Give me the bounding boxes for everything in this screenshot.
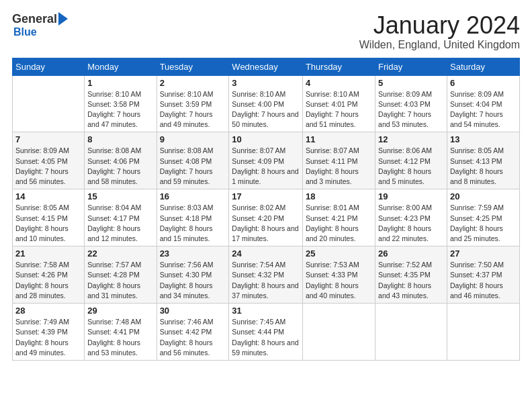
sunset-text: Sunset: 4:09 PM (232, 157, 284, 165)
sunrise-text: Sunrise: 7:46 AM (160, 318, 214, 326)
day-info: Sunrise: 7:48 AM Sunset: 4:41 PM Dayligh… (87, 317, 153, 358)
week-row-5: 28 Sunrise: 7:49 AM Sunset: 4:39 PM Dayl… (13, 304, 520, 361)
calendar-cell-w5-d1: 28 Sunrise: 7:49 AM Sunset: 4:39 PM Dayl… (13, 304, 85, 361)
day-info: Sunrise: 8:10 AM Sunset: 3:58 PM Dayligh… (87, 89, 153, 130)
calendar-cell-w5-d5 (302, 304, 375, 361)
sunset-text: Sunset: 4:32 PM (232, 271, 284, 279)
logo: General Blue (12, 12, 68, 38)
day-info: Sunrise: 8:03 AM Sunset: 4:18 PM Dayligh… (160, 203, 226, 244)
day-number: 23 (160, 248, 226, 259)
sunrise-text: Sunrise: 7:49 AM (15, 318, 69, 326)
week-row-2: 7 Sunrise: 8:09 AM Sunset: 4:05 PM Dayli… (13, 132, 520, 189)
day-number: 12 (378, 134, 444, 144)
sunrise-text: Sunrise: 7:59 AM (450, 203, 504, 212)
day-number: 4 (306, 78, 372, 88)
sunset-text: Sunset: 4:11 PM (306, 157, 358, 165)
day-number: 11 (306, 134, 372, 144)
day-number: 3 (232, 78, 300, 88)
daylight-text: Daylight: 7 hours and 47 minutes. (87, 110, 140, 128)
daylight-text: Daylight: 7 hours and 58 minutes. (87, 167, 140, 185)
day-number: 22 (87, 248, 153, 259)
daylight-text: Daylight: 7 hours and 49 minutes. (160, 110, 213, 128)
daylight-text: Daylight: 7 hours and 53 minutes. (378, 110, 431, 128)
day-number: 15 (87, 191, 153, 201)
day-number: 14 (15, 191, 81, 201)
day-number: 18 (306, 191, 372, 201)
day-info: Sunrise: 7:57 AM Sunset: 4:28 PM Dayligh… (87, 260, 153, 301)
sunrise-text: Sunrise: 7:52 AM (378, 261, 432, 269)
daylight-text: Daylight: 8 hours and 59 minutes. (232, 338, 298, 357)
day-info: Sunrise: 8:08 AM Sunset: 4:08 PM Dayligh… (160, 146, 226, 187)
daylight-text: Daylight: 8 hours and 31 minutes. (87, 281, 140, 300)
day-number: 25 (306, 248, 372, 259)
sunset-text: Sunset: 4:28 PM (87, 271, 140, 279)
day-number: 31 (232, 306, 300, 316)
day-number: 6 (450, 78, 517, 88)
calendar-cell-w1-d1 (13, 75, 85, 132)
day-number: 8 (87, 134, 153, 144)
daylight-text: Daylight: 8 hours and 25 minutes. (450, 224, 503, 242)
header-friday: Friday (375, 58, 447, 75)
day-number: 29 (87, 306, 153, 316)
day-info: Sunrise: 8:10 AM Sunset: 4:01 PM Dayligh… (306, 89, 372, 130)
day-number: 5 (378, 78, 444, 88)
sunrise-text: Sunrise: 8:07 AM (306, 146, 359, 154)
sunset-text: Sunset: 4:37 PM (450, 271, 502, 279)
day-info: Sunrise: 8:01 AM Sunset: 4:21 PM Dayligh… (306, 203, 372, 244)
sunrise-text: Sunrise: 8:10 AM (160, 90, 214, 98)
day-number: 27 (450, 248, 517, 259)
sunrise-text: Sunrise: 8:09 AM (378, 90, 432, 98)
calendar-cell-w2-d4: 10 Sunrise: 8:07 AM Sunset: 4:09 PM Dayl… (229, 132, 303, 189)
weekday-header-row: Sunday Monday Tuesday Wednesday Thursday… (13, 58, 520, 75)
sunset-text: Sunset: 4:01 PM (306, 100, 358, 108)
day-info: Sunrise: 8:02 AM Sunset: 4:20 PM Dayligh… (232, 203, 300, 244)
daylight-text: Daylight: 7 hours and 56 minutes. (15, 167, 69, 185)
calendar-cell-w5-d4: 31 Sunrise: 7:45 AM Sunset: 4:44 PM Dayl… (229, 304, 303, 361)
calendar-subtitle: Wilden, England, United Kingdom (359, 39, 520, 51)
sunset-text: Sunset: 4:03 PM (378, 100, 431, 108)
calendar-cell-w1-d4: 3 Sunrise: 8:10 AM Sunset: 4:00 PM Dayli… (229, 75, 303, 132)
daylight-text: Daylight: 8 hours and 1 minute. (232, 167, 298, 185)
daylight-text: Daylight: 8 hours and 17 minutes. (232, 224, 298, 242)
sunset-text: Sunset: 4:08 PM (160, 157, 212, 165)
sunset-text: Sunset: 4:12 PM (378, 157, 431, 165)
calendar-cell-w2-d6: 12 Sunrise: 8:06 AM Sunset: 4:12 PM Dayl… (375, 132, 447, 189)
sunset-text: Sunset: 4:04 PM (450, 100, 502, 108)
week-row-4: 21 Sunrise: 7:58 AM Sunset: 4:26 PM Dayl… (13, 246, 520, 304)
calendar-cell-w3-d3: 16 Sunrise: 8:03 AM Sunset: 4:18 PM Dayl… (157, 189, 229, 246)
day-info: Sunrise: 8:00 AM Sunset: 4:23 PM Dayligh… (378, 203, 444, 244)
calendar-cell-w3-d7: 20 Sunrise: 7:59 AM Sunset: 4:25 PM Dayl… (447, 189, 519, 246)
day-info: Sunrise: 7:56 AM Sunset: 4:30 PM Dayligh… (160, 260, 226, 301)
sunset-text: Sunset: 4:13 PM (450, 157, 502, 165)
sunset-text: Sunset: 4:26 PM (15, 271, 68, 279)
daylight-text: Daylight: 8 hours and 56 minutes. (160, 338, 213, 357)
sunset-text: Sunset: 4:20 PM (232, 214, 284, 222)
sunset-text: Sunset: 4:41 PM (87, 328, 140, 336)
day-number: 10 (232, 134, 300, 144)
sunrise-text: Sunrise: 8:09 AM (15, 146, 69, 154)
sunset-text: Sunset: 4:06 PM (87, 157, 140, 165)
day-info: Sunrise: 7:49 AM Sunset: 4:39 PM Dayligh… (15, 317, 81, 358)
daylight-text: Daylight: 8 hours and 15 minutes. (160, 224, 213, 242)
header-tuesday: Tuesday (157, 58, 229, 75)
sunset-text: Sunset: 4:42 PM (160, 328, 212, 336)
sunset-text: Sunset: 4:21 PM (306, 214, 358, 222)
day-number: 20 (450, 191, 517, 201)
sunset-text: Sunset: 3:59 PM (160, 100, 212, 108)
calendar-cell-w2-d5: 11 Sunrise: 8:07 AM Sunset: 4:11 PM Dayl… (302, 132, 375, 189)
day-info: Sunrise: 7:50 AM Sunset: 4:37 PM Dayligh… (450, 260, 517, 301)
header-thursday: Thursday (302, 58, 375, 75)
calendar-cell-w3-d5: 18 Sunrise: 8:01 AM Sunset: 4:21 PM Dayl… (302, 189, 375, 246)
daylight-text: Daylight: 8 hours and 3 minutes. (306, 167, 359, 185)
sunrise-text: Sunrise: 7:53 AM (306, 261, 359, 269)
sunrise-text: Sunrise: 7:48 AM (87, 318, 141, 326)
calendar-cell-w1-d6: 5 Sunrise: 8:09 AM Sunset: 4:03 PM Dayli… (375, 75, 447, 132)
sunrise-text: Sunrise: 8:08 AM (160, 146, 214, 154)
day-number: 7 (15, 134, 81, 144)
calendar-cell-w3-d4: 17 Sunrise: 8:02 AM Sunset: 4:20 PM Dayl… (229, 189, 303, 246)
calendar-cell-w5-d7 (447, 304, 519, 361)
day-info: Sunrise: 8:05 AM Sunset: 4:15 PM Dayligh… (15, 203, 81, 244)
sunrise-text: Sunrise: 7:58 AM (15, 261, 69, 269)
daylight-text: Daylight: 8 hours and 53 minutes. (87, 338, 140, 357)
sunrise-text: Sunrise: 8:01 AM (306, 203, 359, 212)
